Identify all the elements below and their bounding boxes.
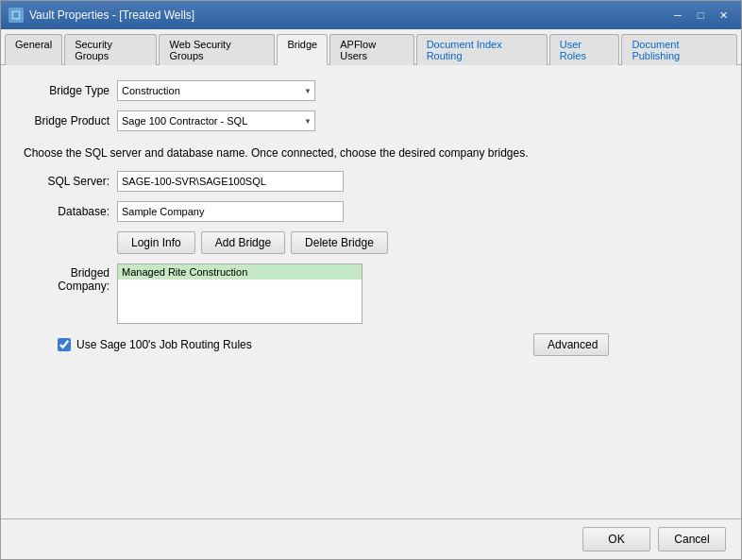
title-bar-left: Vault Properties - [Treated Wells] xyxy=(8,8,194,23)
title-bar: Vault Properties - [Treated Wells] ─ □ ✕ xyxy=(1,1,741,29)
bridge-product-row: Bridge Product Sage 100 Contractor - SQL… xyxy=(20,110,722,131)
cancel-button[interactable]: Cancel xyxy=(658,527,726,552)
title-bar-controls: ─ □ ✕ xyxy=(667,7,734,24)
bridge-type-select-wrapper[interactable]: Construction Accounting Other xyxy=(117,80,315,101)
tab-apflow-users[interactable]: APFlow Users xyxy=(329,34,413,65)
tab-document-publishing[interactable]: Document Publishing xyxy=(621,34,737,65)
maximize-button[interactable]: □ xyxy=(690,7,711,24)
bridge-type-label: Bridge Type xyxy=(20,84,110,97)
bridged-company-item[interactable]: Managed Rite Construction xyxy=(118,264,362,280)
use-sage-label: Use Sage 100's Job Routing Rules xyxy=(76,338,252,351)
minimize-button[interactable]: ─ xyxy=(667,7,688,24)
add-bridge-button[interactable]: Add Bridge xyxy=(201,231,285,254)
tab-web-security-groups[interactable]: Web Security Groups xyxy=(159,34,275,65)
database-row: Database: xyxy=(20,201,722,222)
svg-rect-1 xyxy=(13,12,19,18)
tab-bar: General Security Groups Web Security Gro… xyxy=(1,29,741,65)
login-info-button[interactable]: Login Info xyxy=(117,231,195,254)
description-text: Choose the SQL server and database name.… xyxy=(20,144,722,161)
main-window: Vault Properties - [Treated Wells] ─ □ ✕… xyxy=(0,0,742,560)
sql-server-input[interactable] xyxy=(117,171,344,192)
bridge-product-label: Bridge Product xyxy=(20,114,110,127)
footer: OK Cancel xyxy=(1,518,741,559)
database-label: Database: xyxy=(20,205,110,218)
action-buttons: Login Info Add Bridge Delete Bridge xyxy=(20,231,722,254)
tab-document-index-routing[interactable]: Document Index Routing xyxy=(416,34,548,65)
bridged-company-label: Bridged Company: xyxy=(20,263,110,293)
bridged-company-list[interactable]: Managed Rite Construction xyxy=(117,263,363,324)
sql-server-label: SQL Server: xyxy=(20,175,110,188)
tab-general[interactable]: General xyxy=(5,34,62,65)
window-title: Vault Properties - [Treated Wells] xyxy=(29,8,194,22)
tab-bridge[interactable]: Bridge xyxy=(277,34,328,65)
use-sage-checkbox[interactable] xyxy=(58,338,71,351)
advanced-btn-container: Advanced xyxy=(267,333,722,356)
database-input[interactable] xyxy=(117,201,344,222)
bridge-type-select[interactable]: Construction Accounting Other xyxy=(117,80,315,101)
ok-button[interactable]: OK xyxy=(582,527,650,552)
checkbox-advanced-row: Use Sage 100's Job Routing Rules Advance… xyxy=(20,333,722,356)
use-sage-checkbox-row: Use Sage 100's Job Routing Rules xyxy=(39,338,252,351)
bridge-type-row: Bridge Type Construction Accounting Othe… xyxy=(20,80,722,101)
bridge-product-select-wrapper[interactable]: Sage 100 Contractor - SQL Sage 100 Contr… xyxy=(117,110,315,131)
delete-bridge-button[interactable]: Delete Bridge xyxy=(291,231,388,254)
bridge-product-select[interactable]: Sage 100 Contractor - SQL Sage 100 Contr… xyxy=(117,110,315,131)
sql-server-row: SQL Server: xyxy=(20,171,722,192)
tab-security-groups[interactable]: Security Groups xyxy=(64,34,157,65)
close-button[interactable]: ✕ xyxy=(713,7,734,24)
tab-user-roles[interactable]: User Roles xyxy=(549,34,620,65)
app-icon xyxy=(8,8,24,23)
advanced-button[interactable]: Advanced xyxy=(533,333,609,356)
bridged-company-row: Bridged Company: Managed Rite Constructi… xyxy=(20,263,722,324)
bridge-content: Bridge Type Construction Accounting Othe… xyxy=(1,65,741,518)
